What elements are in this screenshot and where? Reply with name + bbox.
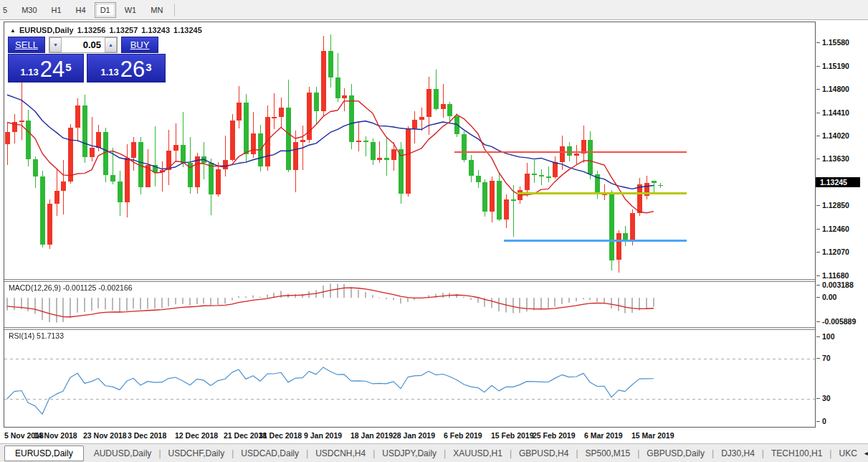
tab-gbpusd-daily[interactable]: GBPUSD,Daily bbox=[639, 446, 712, 461]
date-tick: 25 Feb 2019 bbox=[533, 431, 576, 440]
date-tick: 31 Dec 2018 bbox=[259, 431, 302, 440]
timeframe-toolbar: 5 M30 H1 H4 D1 W1 MN bbox=[0, 0, 868, 20]
timeframe-button-m30[interactable]: M30 bbox=[16, 2, 42, 18]
price-tick: 1.14800 bbox=[822, 85, 849, 93]
tab-eurusd-daily[interactable]: EURUSD,Daily bbox=[4, 446, 84, 461]
date-tick: 6 Mar 2019 bbox=[584, 431, 623, 440]
tab-dj30-h4[interactable]: DJ30,H4 bbox=[714, 446, 762, 461]
date-tick: 12 Dec 2018 bbox=[175, 431, 218, 440]
sell-price-pips: 24 bbox=[40, 59, 65, 80]
buy-button[interactable]: BUY bbox=[121, 37, 158, 53]
tab-sp500-m15[interactable]: SP500,M15 bbox=[578, 446, 638, 461]
rsi-panel-label: RSI(14) 51.7133 bbox=[9, 331, 64, 340]
volume-decrease-icon[interactable]: ▼ bbox=[49, 37, 62, 52]
tab-gbpusd-h4[interactable]: GBPUSD,H4 bbox=[512, 446, 576, 461]
trading-platform-window: 5 M30 H1 H4 D1 W1 MN ▲ EURUSD,Daily 1.13… bbox=[0, 0, 868, 462]
date-tick: 3 Dec 2018 bbox=[128, 431, 166, 440]
tab-scroll-left-icon[interactable]: ◂ bbox=[864, 449, 868, 457]
tab-usdcnh-h4[interactable]: USDCNH,H4 bbox=[308, 446, 373, 461]
price-tick: 1.15190 bbox=[822, 62, 849, 70]
price-tick: 1.12460 bbox=[822, 225, 849, 233]
one-click-trade-widget: SELL ▼ ▲ BUY 1.13 24 5 1.13 26 3 bbox=[8, 37, 169, 82]
tab-usdjpy-daily[interactable]: USDJPY,Daily bbox=[375, 446, 444, 461]
volume-input[interactable] bbox=[62, 37, 105, 52]
macd-axis-tick: 0.00 bbox=[822, 293, 836, 301]
buy-price-prefix: 1.13 bbox=[100, 65, 118, 80]
sell-price-point: 5 bbox=[65, 55, 71, 80]
rsi-axis-tick: 0 bbox=[822, 417, 826, 425]
date-tick: 28 Jan 2019 bbox=[393, 431, 435, 440]
rsi-axis-tick: 70 bbox=[822, 354, 831, 362]
rsi-indicator-canvas[interactable] bbox=[4, 330, 816, 428]
timeframe-button-mn[interactable]: MN bbox=[145, 2, 168, 18]
price-tick: 1.14020 bbox=[822, 131, 849, 140]
rsi-axis-tick: 100 bbox=[822, 332, 835, 341]
price-axis[interactable]: 1.15580 1.15190 1.14800 1.14410 1.14020 … bbox=[815, 22, 868, 428]
price-tick: 1.12850 bbox=[822, 201, 849, 209]
date-tick: 6 Feb 2019 bbox=[444, 431, 482, 440]
sell-button[interactable]: SELL bbox=[8, 37, 45, 53]
tab-audusd-daily[interactable]: AUDUSD,Daily bbox=[87, 446, 159, 461]
date-tick: 15 Feb 2019 bbox=[491, 431, 534, 440]
chart-region: ▲ EURUSD,Daily 1.13256 1.13257 1.13243 1… bbox=[4, 22, 815, 428]
timeframe-button-d1[interactable]: D1 bbox=[95, 2, 116, 18]
buy-price-pips: 26 bbox=[120, 59, 145, 80]
tab-tech100-h1[interactable]: TECH100,H1 bbox=[764, 446, 829, 461]
timeframe-button-h1[interactable]: H1 bbox=[46, 2, 67, 18]
price-tick: 1.12070 bbox=[822, 248, 849, 256]
tab-usdchf-daily[interactable]: USDCHF,Daily bbox=[161, 446, 232, 461]
price-tick: 1.11680 bbox=[822, 271, 849, 280]
ohlc-low: 1.13243 bbox=[141, 26, 170, 34]
chart-symbol-label: EURUSD,Daily bbox=[19, 26, 74, 34]
macd-axis-tick: -0.005889 bbox=[822, 317, 856, 326]
timeframe-button-h4[interactable]: H4 bbox=[70, 2, 92, 18]
macd-axis-tick: 0.003188 bbox=[822, 280, 854, 289]
symbol-tab-bar: EURUSD,Daily AUDUSD,Daily| USDCHF,Daily|… bbox=[0, 443, 868, 462]
toolbar-divider bbox=[174, 4, 175, 16]
price-tick: 1.14410 bbox=[822, 108, 849, 117]
ohlc-high: 1.13257 bbox=[109, 26, 138, 34]
price-tick: 1.13630 bbox=[822, 154, 849, 163]
chart-collapse-icon[interactable]: ▲ bbox=[10, 27, 16, 34]
tab-ukc-truncated[interactable]: UKC bbox=[831, 446, 864, 461]
date-axis[interactable]: 5 Nov 2018 14 Nov 2018 23 Nov 2018 3 Dec… bbox=[4, 428, 815, 443]
timeframe-button-m5[interactable]: 5 bbox=[0, 2, 13, 18]
volume-stepper: ▼ ▲ bbox=[49, 37, 118, 53]
buy-price-point: 3 bbox=[146, 55, 151, 80]
tab-xauusd-h1[interactable]: XAUUSD,H1 bbox=[446, 446, 510, 461]
ohlc-open: 1.13256 bbox=[77, 26, 106, 34]
ohlc-close: 1.13245 bbox=[173, 26, 202, 34]
timeframe-button-w1[interactable]: W1 bbox=[119, 2, 143, 18]
macd-panel-label: MACD(12,26,9) -0.001125 -0.002166 bbox=[9, 283, 133, 292]
date-tick: 15 Mar 2019 bbox=[631, 431, 674, 440]
price-tick: 1.15580 bbox=[822, 38, 849, 47]
date-tick: 18 Jan 2019 bbox=[350, 431, 393, 440]
tab-usdcad-daily[interactable]: USDCAD,Daily bbox=[234, 446, 306, 461]
volume-increase-icon[interactable]: ▲ bbox=[105, 37, 117, 52]
sell-price-prefix: 1.13 bbox=[20, 65, 38, 80]
date-tick: 23 Nov 2018 bbox=[83, 431, 127, 440]
chart-title: ▲ EURUSD,Daily 1.13256 1.13257 1.13243 1… bbox=[10, 26, 202, 34]
rsi-axis-tick: 30 bbox=[822, 394, 831, 402]
date-tick: 14 Nov 2018 bbox=[34, 431, 77, 440]
current-price-badge: 1.13245 bbox=[816, 177, 860, 187]
sell-price-panel[interactable]: 1.13 24 5 bbox=[8, 54, 84, 82]
date-tick: 9 Jan 2019 bbox=[304, 431, 342, 440]
buy-price-panel[interactable]: 1.13 26 3 bbox=[87, 54, 166, 82]
